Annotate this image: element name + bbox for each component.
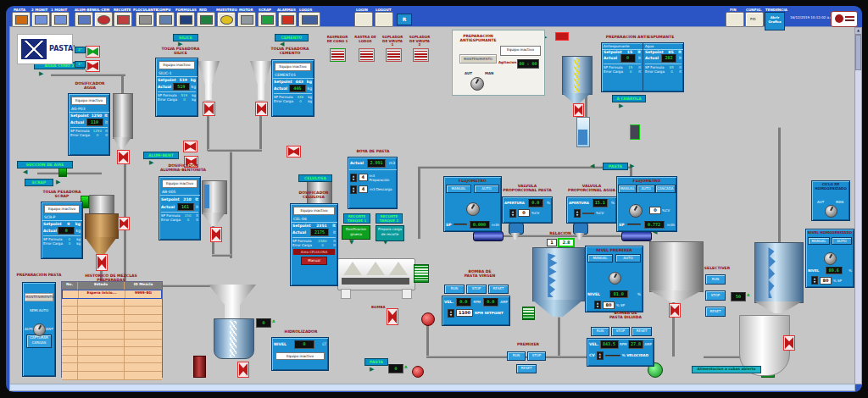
valve-2in-agua[interactable]: [86, 46, 100, 58]
toolbar-button-motor[interactable]: [237, 12, 256, 27]
selectiver-stop-button[interactable]: STOP: [705, 290, 726, 301]
rastra-lodos-motor-button[interactable]: [359, 48, 375, 62]
aut-man-selector[interactable]: [470, 77, 484, 91]
toolbar-button-scrap[interactable]: [258, 12, 276, 27]
soplador-viruta1-motor-button[interactable]: [386, 48, 402, 62]
table-row[interactable]: [62, 356, 162, 364]
cascada-button[interactable]: CASCADA: [655, 185, 676, 193]
selectiver-reset-button[interactable]: RESET: [705, 307, 726, 317]
auto-button[interactable]: AUTO: [615, 254, 641, 263]
table-row[interactable]: [62, 315, 162, 323]
manual-button[interactable]: MANUAL: [618, 185, 637, 193]
valve-silice-outlet[interactable]: [203, 102, 215, 116]
nivel-sp-stepper[interactable]: ▲▼: [594, 301, 601, 309]
toolbar-button-pasta[interactable]: [12, 12, 31, 27]
premixer-stop-button[interactable]: STOP: [527, 351, 546, 361]
nivel-sp-stepper[interactable]: ▲▼: [811, 276, 818, 285]
reset-button[interactable]: RESET: [632, 327, 652, 336]
cv-value[interactable]: [582, 213, 594, 214]
mantenimiento-button[interactable]: MANTENIMIENTO: [459, 54, 497, 64]
table-row[interactable]: [62, 331, 162, 340]
cv-stepper[interactable]: ▲▼: [574, 209, 581, 218]
prep-volume[interactable]: 4: [359, 174, 368, 181]
status-box[interactable]: Equipo inactivo: [162, 180, 198, 188]
ciclo-selector[interactable]: [825, 205, 837, 218]
table-row[interactable]: [62, 363, 162, 372]
cv-stepper[interactable]: ▲▼: [597, 351, 604, 360]
toolbar-button-alarmas[interactable]: [278, 12, 297, 27]
relacion-right[interactable]: 2.8: [558, 238, 575, 247]
valve-1in-agua[interactable]: [86, 60, 100, 72]
valve-homogenizer-outlet[interactable]: [783, 335, 795, 351]
flujometro-knob[interactable]: [466, 202, 480, 216]
valve-antiespumante-outlet[interactable]: [573, 103, 584, 117]
valve-2in-alumbent[interactable]: [183, 141, 198, 152]
toolbar-button-floculante[interactable]: [136, 12, 154, 27]
toolbar-button-recorte[interactable]: [114, 12, 132, 27]
nivel-sp[interactable]: 80: [820, 277, 832, 285]
table-row[interactable]: [62, 299, 162, 307]
raspador-cono1-motor-button[interactable]: [330, 48, 346, 62]
stop-button[interactable]: STOP: [466, 285, 487, 294]
table-row[interactable]: [62, 347, 162, 356]
mantenimiento-button[interactable]: MANTENIMIENTO: [25, 293, 53, 301]
cv-value[interactable]: 0: [649, 207, 661, 214]
rpm-sp-stepper[interactable]: ▲▼: [448, 309, 454, 318]
table-row[interactable]: [62, 372, 162, 380]
stop-button[interactable]: STOP: [611, 327, 630, 336]
status-box[interactable]: Equipo inactivo: [44, 205, 80, 213]
pid-button[interactable]: PID: [745, 12, 764, 27]
dosificacion-gruesa-button[interactable]: Dosificacion gruesa: [342, 225, 370, 240]
mode-selector[interactable]: [33, 323, 46, 336]
toolbar-button-muestreo[interactable]: [217, 12, 236, 27]
valve-steel-tank-outlet[interactable]: [669, 303, 681, 318]
login-button[interactable]: [354, 12, 373, 27]
descarga-volume[interactable]: 4: [359, 185, 368, 193]
nivel-knob[interactable]: [824, 252, 837, 265]
premixer-reset-button[interactable]: RESET: [516, 364, 537, 373]
valve-cemento-outlet[interactable]: [255, 102, 268, 116]
status-box[interactable]: Equipo inactivo: [293, 207, 335, 215]
status-box[interactable]: Equipo inactivo: [500, 46, 541, 56]
manual-button[interactable]: MANUAL: [446, 185, 471, 193]
table-row[interactable]: [62, 340, 162, 348]
valve-conveyor-outlet[interactable]: [387, 308, 398, 325]
celulosa-manual-button[interactable]: Manual: [301, 257, 327, 265]
vertical-scrollbar[interactable]: ▲: [854, 27, 862, 384]
status-box[interactable]: Equipo inactivo: [71, 97, 107, 105]
valve-alumina-outlet[interactable]: [210, 227, 222, 242]
valve-scrap-side[interactable]: [118, 217, 130, 230]
toolbar-button-compu[interactable]: [156, 12, 175, 27]
auto-button[interactable]: AUTO: [832, 237, 852, 246]
prep-volume-stepper[interactable]: ▲▼: [350, 174, 357, 182]
valve-2in-celulosa[interactable]: [287, 146, 301, 158]
cv-value[interactable]: 0: [518, 209, 530, 217]
toolbar-button-red[interactable]: [197, 12, 215, 27]
toolbar-button-1monit[interactable]: [51, 12, 70, 27]
run-button[interactable]: RUN: [444, 285, 465, 294]
horizontal-scrollbar[interactable]: [9, 384, 855, 391]
auto-button[interactable]: AUTO: [637, 185, 654, 193]
nivel-sp[interactable]: 80: [603, 301, 615, 309]
valve-mixer-outlet[interactable]: [237, 362, 249, 378]
cv-stepper[interactable]: ▲▼: [509, 209, 516, 218]
table-row[interactable]: [62, 307, 162, 315]
cv-value[interactable]: [605, 355, 620, 357]
nivel-knob[interactable]: [609, 272, 621, 285]
valve-scrap-outlet[interactable]: [96, 254, 108, 271]
selectiver-run-button[interactable]: RUN: [705, 274, 726, 285]
capturar-cargas-button[interactable]: CAPTURAR CARGAS: [26, 334, 52, 348]
soplador-viruta2-motor-button[interactable]: [413, 48, 429, 62]
status-box[interactable]: Equipo inactivo: [159, 61, 195, 69]
status-box[interactable]: Equipo inactivo: [275, 63, 311, 71]
status-box[interactable]: Equipo inactivo: [275, 352, 325, 361]
manual-button[interactable]: MANUAL: [587, 254, 613, 263]
manual-button[interactable]: MANUAL: [808, 237, 830, 246]
valve-agua-tank-outlet[interactable]: [117, 150, 130, 164]
run-button[interactable]: RUN: [591, 327, 609, 336]
rpm-setpoint[interactable]: 1100: [456, 309, 473, 317]
toolbar-button-formulas[interactable]: [176, 12, 195, 27]
sp-value[interactable]: [627, 224, 641, 225]
toolbar-button-logos[interactable]: [298, 12, 320, 27]
scroll-up-arrow[interactable]: ▲: [855, 28, 861, 35]
